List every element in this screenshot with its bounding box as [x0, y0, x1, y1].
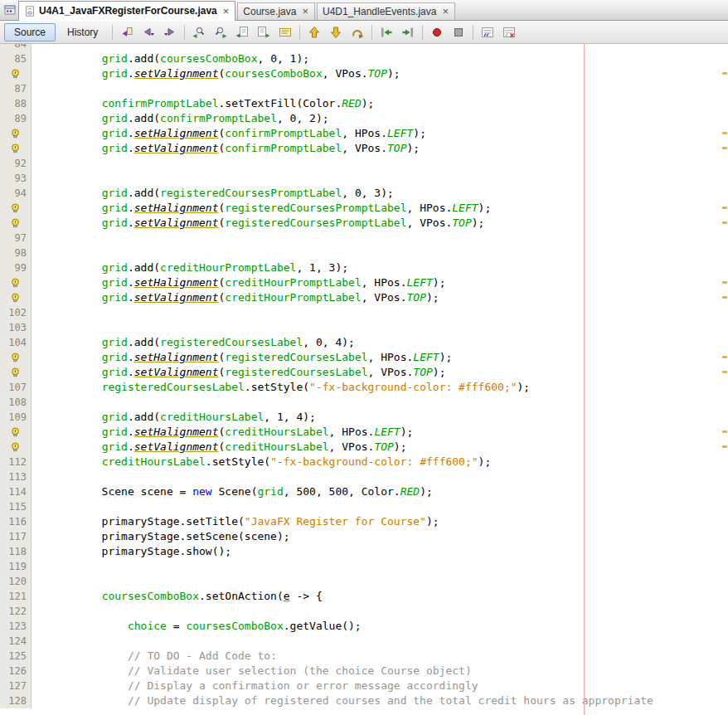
- line-number[interactable]: 118: [0, 544, 32, 559]
- code-line[interactable]: grid.add(creditHoursLabel, 1, 4);: [43, 410, 316, 425]
- warning-annotation-icon[interactable]: [0, 126, 32, 141]
- find-previous-icon[interactable]: [188, 22, 210, 42]
- window-menu-icon[interactable]: [2, 2, 18, 18]
- line-number[interactable]: 119: [0, 559, 32, 574]
- warning-annotation-icon[interactable]: [0, 216, 32, 231]
- last-edit-icon[interactable]: [116, 22, 138, 42]
- code-line[interactable]: Scene scene = new Scene(grid, 500, 500, …: [43, 484, 433, 499]
- line-number[interactable]: 122: [0, 604, 32, 619]
- code-line[interactable]: [43, 634, 50, 649]
- warning-annotation-icon[interactable]: [0, 201, 32, 216]
- code-line[interactable]: [43, 156, 50, 171]
- code-line[interactable]: primaryStage.show();: [43, 544, 231, 559]
- tab-course[interactable]: Course.java ×: [237, 2, 315, 20]
- line-number[interactable]: 128: [0, 693, 32, 708]
- code-line[interactable]: grid.setValignment(creditHoursLabel, VPo…: [43, 440, 407, 455]
- code-line[interactable]: grid.add(registeredCoursesLabel, 0, 4);: [43, 335, 355, 350]
- source-view-button[interactable]: Source: [4, 23, 56, 41]
- code-line[interactable]: grid.setValignment(confirmPromptLabel, V…: [43, 141, 420, 156]
- line-number[interactable]: 99: [0, 260, 32, 275]
- code-line[interactable]: registeredCoursesLabel.setStyle("-fx-bac…: [43, 380, 530, 395]
- warning-stripe-mark[interactable]: [722, 132, 727, 134]
- code-line[interactable]: [43, 81, 50, 96]
- warning-annotation-icon[interactable]: [0, 425, 32, 440]
- warning-stripe-mark[interactable]: [722, 445, 727, 448]
- code-line[interactable]: choice = coursesComboBox.getValue();: [43, 619, 362, 634]
- warning-stripe-mark[interactable]: [722, 281, 727, 284]
- code-line[interactable]: grid.add(creditHourPromptLabel, 1, 3);: [43, 260, 348, 275]
- forward-icon[interactable]: [159, 22, 181, 42]
- code-line[interactable]: grid.setValignment(registeredCoursesLabe…: [43, 365, 445, 380]
- code-line[interactable]: [43, 499, 50, 514]
- warning-stripe-mark[interactable]: [722, 221, 727, 224]
- line-number[interactable]: 126: [0, 664, 32, 679]
- code-line[interactable]: grid.setHalignment(confirmPromptLabel, H…: [43, 126, 426, 141]
- warning-stripe-mark[interactable]: [722, 147, 727, 149]
- code-line[interactable]: [43, 469, 50, 484]
- code-line[interactable]: // Validate user selection (the choice C…: [43, 664, 472, 679]
- toggle-bookmark-icon[interactable]: [347, 22, 368, 42]
- code-line[interactable]: [43, 44, 50, 51]
- code-line[interactable]: // Update display of registered courses …: [43, 693, 653, 708]
- code-line[interactable]: grid.setHalignment(registeredCoursesLabe…: [43, 350, 452, 365]
- error-stripe[interactable]: [721, 44, 728, 715]
- line-number[interactable]: 121: [0, 589, 32, 604]
- code-line[interactable]: coursesComboBox.setOnAction(e -> {: [43, 589, 323, 604]
- code-line[interactable]: [43, 171, 50, 186]
- back-icon[interactable]: [138, 22, 159, 42]
- code-line[interactable]: grid.setHalignment(creditHourPromptLabel…: [43, 275, 445, 290]
- line-number[interactable]: 120: [0, 574, 32, 589]
- history-view-button[interactable]: History: [57, 23, 108, 41]
- code-line[interactable]: grid.setValignment(creditHourPromptLabel…: [43, 290, 439, 305]
- line-number[interactable]: 123: [0, 619, 32, 634]
- line-number[interactable]: 97: [0, 231, 32, 246]
- line-number[interactable]: 117: [0, 529, 32, 544]
- line-number[interactable]: 98: [0, 246, 32, 260]
- line-number[interactable]: 85: [0, 51, 32, 66]
- shift-line-right-icon[interactable]: [397, 22, 419, 42]
- code-line[interactable]: [43, 574, 50, 589]
- previous-bookmark-icon[interactable]: [303, 22, 325, 42]
- code-line[interactable]: primaryStage.setScene(scene);: [43, 529, 290, 544]
- code-line[interactable]: // Display a confirmation or error messa…: [43, 679, 478, 693]
- code-line[interactable]: grid.add(coursesComboBox, 0, 1);: [43, 51, 309, 66]
- warning-stripe-mark[interactable]: [722, 72, 727, 75]
- line-number[interactable]: 87: [0, 81, 32, 96]
- code-line[interactable]: [43, 305, 50, 320]
- warning-stripe-mark[interactable]: [722, 430, 727, 433]
- code-line[interactable]: primaryStage.setTitle("JavaFX Register f…: [43, 514, 439, 529]
- line-number[interactable]: 125: [0, 649, 32, 664]
- warning-stripe-mark[interactable]: [722, 356, 727, 358]
- code-line[interactable]: [43, 246, 50, 260]
- line-number[interactable]: 127: [0, 679, 32, 693]
- comment-icon[interactable]: [477, 22, 498, 42]
- warning-annotation-icon[interactable]: [0, 290, 32, 305]
- line-number[interactable]: 94: [0, 186, 32, 201]
- start-macro-recording-icon[interactable]: [426, 22, 448, 42]
- next-bookmark-icon[interactable]: [325, 22, 347, 42]
- line-number[interactable]: 124: [0, 634, 32, 649]
- find-next-icon[interactable]: [210, 22, 231, 42]
- uncomment-icon[interactable]: [498, 22, 520, 42]
- code-line[interactable]: [43, 231, 50, 246]
- line-number[interactable]: 114: [0, 484, 32, 499]
- select-previous-occurrence-icon[interactable]: [231, 22, 253, 42]
- line-number[interactable]: 103: [0, 320, 32, 335]
- line-number[interactable]: 84: [0, 44, 32, 51]
- warning-stripe-mark[interactable]: [722, 296, 727, 299]
- line-number[interactable]: 102: [0, 305, 32, 320]
- warning-annotation-icon[interactable]: [0, 350, 32, 365]
- warning-annotation-icon[interactable]: [0, 365, 32, 380]
- shift-line-left-icon[interactable]: [376, 22, 397, 42]
- code-line[interactable]: creditHoursLabel.setStyle("-fx-backgroun…: [43, 455, 491, 469]
- toggle-highlight-icon[interactable]: [274, 22, 296, 42]
- warning-annotation-icon[interactable]: [0, 275, 32, 290]
- tab-u4a1-javafxregisterforcourse[interactable]: U4A1_JavaFXRegisterForCourse.java ×: [18, 1, 235, 21]
- tab-close-icon[interactable]: ×: [223, 6, 230, 17]
- code-editor[interactable]: 8485 grid.add(coursesComboBox, 0, 1); gr…: [0, 44, 728, 715]
- line-number[interactable]: 104: [0, 335, 32, 350]
- line-number[interactable]: 109: [0, 410, 32, 425]
- code-line[interactable]: [43, 604, 50, 619]
- code-line[interactable]: grid.add(registeredCoursesPromptLabel, 0…: [43, 186, 394, 201]
- code-line[interactable]: // TO DO - Add Code to:: [43, 649, 277, 664]
